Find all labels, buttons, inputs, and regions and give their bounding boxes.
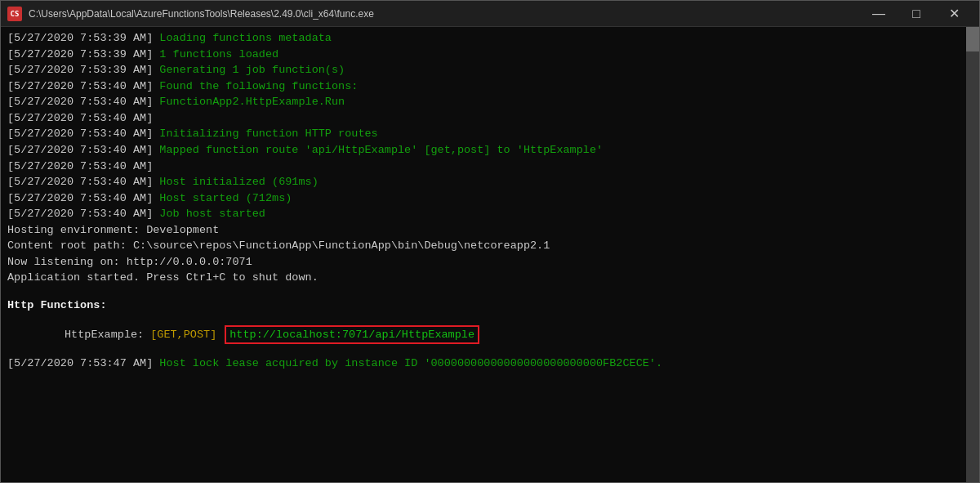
log-line: [5/27/2020 7:53:40 AM]	[7, 110, 973, 127]
app-icon: CS	[7, 7, 22, 21]
system-line: Application started. Press Ctrl+C to shu…	[7, 270, 973, 286]
log-line: [5/27/2020 7:53:40 AM] Job host started	[7, 206, 973, 222]
endpoint-name: HttpExample:	[65, 327, 144, 343]
log-line: [5/27/2020 7:53:40 AM] Found the followi…	[7, 78, 973, 95]
log-line: [5/27/2020 7:53:40 AM]	[7, 159, 973, 175]
gap	[7, 314, 973, 325]
system-line: Now listening on: http://0.0.0.0:7071	[7, 254, 973, 271]
log-line: [5/27/2020 7:53:39 AM] Loading functions…	[7, 30, 973, 47]
log-line: [5/27/2020 7:53:40 AM] Initializing func…	[7, 126, 973, 142]
endpoint-methods: [GET,POST]	[150, 327, 216, 343]
system-line: Content root path: C:\source\repos\Funct…	[7, 238, 973, 254]
console-output: [5/27/2020 7:53:39 AM] Loading functions…	[1, 27, 979, 482]
system-line: Hosting environment: Development	[7, 222, 973, 239]
log-line: [5/27/2020 7:53:40 AM] Host initialized …	[7, 174, 973, 190]
titlebar: CS C:\Users\AppData\Local\AzureFunctions…	[1, 1, 979, 27]
log-line: [5/27/2020 7:53:39 AM] Generating 1 job …	[7, 62, 973, 78]
window-title: C:\Users\AppData\Local\AzureFunctionsToo…	[29, 8, 860, 20]
endpoint-url[interactable]: http://localhost:7071/api/HttpExample	[225, 325, 479, 345]
scrollbar-thumb[interactable]	[966, 27, 979, 51]
log-line: [5/27/2020 7:53:40 AM] Mapped function r…	[7, 142, 973, 159]
log-line: [5/27/2020 7:53:40 AM] Host started (712…	[7, 190, 973, 207]
http-functions-header: Http Functions:	[7, 297, 973, 314]
last-log-line: [5/27/2020 7:53:47 AM] Host lock lease a…	[7, 356, 973, 372]
gap	[7, 344, 973, 356]
terminal-window: CS C:\Users\AppData\Local\AzureFunctions…	[0, 0, 980, 483]
close-button[interactable]: ✕	[935, 1, 973, 27]
minimize-button[interactable]: —	[860, 1, 898, 27]
log-line: [5/27/2020 7:53:40 AM] FunctionApp2.Http…	[7, 94, 973, 110]
log-line: [5/27/2020 7:53:39 AM] 1 functions loade…	[7, 47, 973, 63]
window-controls: — □ ✕	[860, 1, 973, 27]
maximize-button[interactable]: □	[898, 1, 935, 27]
gap	[7, 286, 973, 297]
endpoint-line: HttpExample: [GET,POST] http://localhost…	[7, 325, 973, 345]
